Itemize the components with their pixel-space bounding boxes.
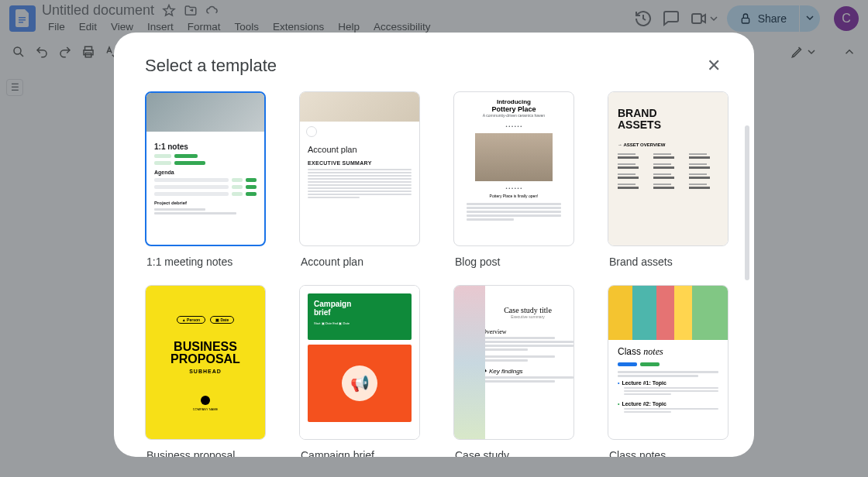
template-card-account-plan[interactable]: Account plan EXECUTIVE SUMMARY Account p… <box>299 91 420 268</box>
template-card-meeting-notes[interactable]: 1:1 notes Agenda Project debrief 1:1 mee… <box>145 91 266 268</box>
template-label: Case study <box>453 449 574 457</box>
template-card-blog-post[interactable]: Introducing Pottery Place A community-dr… <box>453 91 574 268</box>
template-card-brand-assets[interactable]: BRAND ASSETS → ASSET OVERVIEW Brand asse… <box>608 91 728 268</box>
template-card-campaign-brief[interactable]: Campaign brief Start ▣ Date End ▣ Date 📢… <box>299 285 420 457</box>
modal-title: Select a template <box>145 56 277 76</box>
template-label: Business proposal <box>145 449 266 457</box>
template-label: Brand assets <box>608 256 728 268</box>
template-label: 1:1 meeting notes <box>145 256 266 268</box>
template-grid-container[interactable]: 1:1 notes Agenda Project debrief 1:1 mee… <box>114 91 754 457</box>
template-thumb: Class notes Lecture #1: Topic Lecture #2… <box>608 285 728 440</box>
template-thumb: ▲ Person▣ Date BUSINESS PROPOSAL SUBHEAD… <box>145 285 266 440</box>
template-modal: Select a template ✕ 1:1 notes Agenda Pro… <box>114 33 754 457</box>
template-card-case-study[interactable]: Case study title Executive summary Overv… <box>453 285 574 457</box>
template-thumb: Account plan EXECUTIVE SUMMARY <box>299 91 420 246</box>
template-thumb: 1:1 notes Agenda Project debrief <box>145 91 266 246</box>
template-thumb: Campaign brief Start ▣ Date End ▣ Date 📢 <box>299 285 420 440</box>
template-label: Account plan <box>299 256 420 268</box>
template-thumb: Case study title Executive summary Overv… <box>453 285 574 440</box>
template-label: Class notes <box>608 449 728 457</box>
template-thumb: Introducing Pottery Place A community-dr… <box>453 91 574 246</box>
template-thumb: BRAND ASSETS → ASSET OVERVIEW <box>608 91 728 246</box>
close-icon[interactable]: ✕ <box>704 57 723 75</box>
template-label: Blog post <box>453 256 574 268</box>
template-card-class-notes[interactable]: Class notes Lecture #1: Topic Lecture #2… <box>608 285 728 457</box>
modal-scrollbar[interactable] <box>745 125 749 280</box>
template-label: Campaign brief <box>299 449 420 457</box>
template-card-business-proposal[interactable]: ▲ Person▣ Date BUSINESS PROPOSAL SUBHEAD… <box>145 285 266 457</box>
